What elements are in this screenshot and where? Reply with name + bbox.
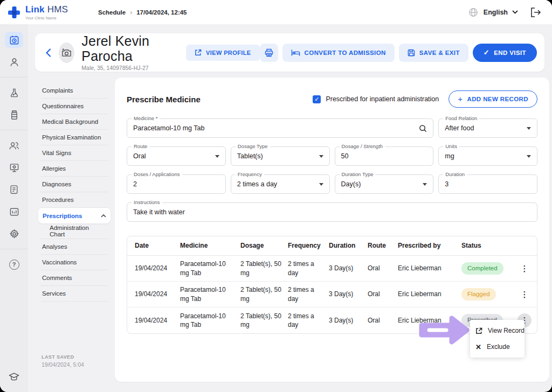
- chevron-up-icon: [101, 214, 106, 218]
- brand-name: Link HMS: [25, 4, 68, 15]
- breadcrumb-schedule[interactable]: Schedule: [98, 9, 126, 16]
- caret-down-icon: [423, 183, 427, 186]
- rail-divider: [0, 130, 28, 130]
- plus-icon: +: [458, 94, 463, 103]
- back-chevron-icon[interactable]: [46, 48, 51, 57]
- patients-icon[interactable]: [5, 54, 23, 70]
- language-label: English: [484, 9, 508, 16]
- patient-details: Male, 35, 14097856-HJ-27: [81, 65, 176, 71]
- nav-item-diagnoses[interactable]: Diagnoses: [40, 177, 108, 192]
- language-selector[interactable]: English: [484, 9, 518, 16]
- route-select[interactable]: Route Oral: [127, 146, 226, 166]
- top-header: Link HMS Your Clinic Name Schedule › 17/…: [0, 0, 552, 24]
- row-actions-kebab-icon[interactable]: ⋮: [518, 288, 532, 302]
- convert-to-admission-button[interactable]: CONVERT TO ADMISSION: [282, 44, 395, 62]
- context-menu-view-record[interactable]: View Record: [470, 323, 525, 339]
- globe-icon: [468, 8, 478, 17]
- breadcrumb: Schedule › 17/04/2024, 12:45: [98, 9, 187, 16]
- units-select[interactable]: Units mg: [438, 146, 537, 166]
- nav-item-allergies[interactable]: Allergies: [40, 161, 108, 177]
- caret-down-icon: [527, 155, 531, 158]
- table-header-row: Date Medicine Dosage Frequency Duration …: [127, 236, 537, 256]
- annotation-arrow-icon: [417, 314, 470, 346]
- medicine-field[interactable]: Medicine * Paracetamol-10 mg Tab: [127, 118, 433, 138]
- reports-icon[interactable]: [5, 181, 23, 198]
- nav-item-analyses[interactable]: Analyses: [40, 239, 108, 255]
- visit-nav: Complaints Questionnaires Medical Backgr…: [35, 78, 114, 382]
- inpatient-checkbox[interactable]: ✓: [313, 95, 321, 103]
- table-row: 19/04/2024 Paracetamol-10 mg Tab 2 Table…: [127, 256, 537, 282]
- chevron-down-icon: [512, 10, 518, 14]
- search-icon[interactable]: [419, 124, 427, 132]
- education-cap-icon[interactable]: [5, 368, 23, 384]
- caret-down-icon: [215, 155, 219, 158]
- row-context-menu: View Record ✕ Exclude: [470, 320, 525, 358]
- patient-avatar-camera-icon[interactable]: [59, 43, 74, 63]
- nav-item-questionnaires[interactable]: Questionnaires: [40, 99, 108, 114]
- view-profile-button[interactable]: VIEW PROFILE: [186, 45, 260, 61]
- laboratory-icon[interactable]: [5, 85, 23, 101]
- patient-header-card: Jerel Kevin Parocha Male, 35, 14097856-H…: [35, 33, 544, 72]
- pharmacy-icon[interactable]: [5, 107, 23, 123]
- dosage-strength-field[interactable]: Dosage / Strength 50: [335, 146, 434, 166]
- nav-item-complaints[interactable]: Complaints: [40, 83, 108, 99]
- nav-item-administration-chart[interactable]: Administration Chart: [40, 223, 108, 239]
- icon-rail: ?: [0, 24, 28, 392]
- caret-down-icon: [319, 155, 323, 158]
- table-row: 19/04/2024 Paracetamol-10 mg Tab 2 Table…: [127, 282, 537, 307]
- duration-field[interactable]: Duration 3: [438, 174, 537, 194]
- staff-icon[interactable]: [5, 137, 23, 153]
- nav-item-vital-signs[interactable]: Vital Signs: [40, 145, 108, 161]
- prescriptions-table: Date Medicine Dosage Frequency Duration …: [127, 236, 537, 334]
- statistics-icon[interactable]: [5, 204, 23, 220]
- caret-down-icon: [319, 183, 323, 186]
- nav-item-medical-background[interactable]: Medical Background: [40, 114, 108, 130]
- printer-icon: [265, 48, 273, 57]
- brand-logo[interactable]: Link HMS Your Clinic Name: [0, 4, 81, 20]
- duration-type-select[interactable]: Duration Type Day(s): [335, 174, 434, 194]
- clinic-tagline: Your Clinic Name: [25, 16, 68, 20]
- save-exit-button[interactable]: SAVE & EXIT: [399, 44, 468, 62]
- rail-divider: [0, 77, 28, 78]
- save-icon: [408, 49, 415, 57]
- section-title: Prescribe Medicine: [127, 95, 201, 104]
- context-menu-exclude[interactable]: ✕ Exclude: [470, 339, 525, 355]
- breadcrumb-current: 17/04/2024, 12:45: [136, 9, 187, 16]
- food-relation-select[interactable]: Food Relation After food: [438, 118, 537, 138]
- row-actions-kebab-icon[interactable]: ⋮: [518, 262, 532, 276]
- status-badge: Completed: [461, 262, 503, 275]
- help-icon[interactable]: ?: [5, 256, 23, 272]
- rail-divider: [0, 249, 28, 249]
- doses-applications-field[interactable]: Doses / Applications 2: [127, 174, 226, 194]
- nav-item-procedures[interactable]: Procedures: [40, 192, 108, 208]
- nav-item-prescriptions[interactable]: Prescriptions: [38, 208, 111, 223]
- bed-icon: [291, 49, 300, 57]
- workstation-icon[interactable]: [5, 159, 23, 176]
- check-icon: ✓: [484, 48, 489, 57]
- end-visit-button[interactable]: ✓ END VISIT: [473, 44, 537, 62]
- logout-icon[interactable]: [531, 8, 541, 17]
- schedule-calendar-icon[interactable]: [5, 32, 23, 48]
- settings-gear-icon[interactable]: [5, 226, 23, 242]
- nav-item-comments[interactable]: Comments: [40, 270, 108, 286]
- breadcrumb-separator-icon: ›: [130, 9, 132, 16]
- nav-item-physical-examination[interactable]: Physical Examination: [40, 130, 108, 145]
- x-icon: ✕: [475, 343, 481, 351]
- status-badge: Flagged: [461, 288, 496, 301]
- nav-item-vaccinations[interactable]: Vaccinations: [40, 255, 108, 270]
- instructions-field[interactable]: Instructions Take it with water: [127, 202, 537, 222]
- external-link-icon: [475, 327, 482, 334]
- last-saved: LAST SAVED 19/04/2024, 5:04: [42, 354, 84, 368]
- dosage-type-select[interactable]: Dosage Type Tablet(s): [231, 146, 330, 166]
- print-button[interactable]: [260, 44, 278, 62]
- frequency-select[interactable]: Frequency 2 times a day: [231, 174, 330, 194]
- external-link-icon: [195, 49, 202, 56]
- caret-down-icon: [527, 127, 531, 130]
- app-window: Link HMS Your Clinic Name Schedule › 17/…: [0, 0, 552, 392]
- inpatient-checkbox-row[interactable]: ✓ Prescribed for inpatient administratio…: [313, 95, 439, 103]
- nav-item-services[interactable]: Services: [40, 286, 108, 302]
- logo-cross-icon: [8, 6, 20, 19]
- add-new-record-button[interactable]: + ADD NEW RECORD: [448, 90, 537, 108]
- inpatient-checkbox-label: Prescribed for inpatient administration: [326, 95, 439, 103]
- patient-name: Jerel Kevin Parocha: [81, 34, 176, 64]
